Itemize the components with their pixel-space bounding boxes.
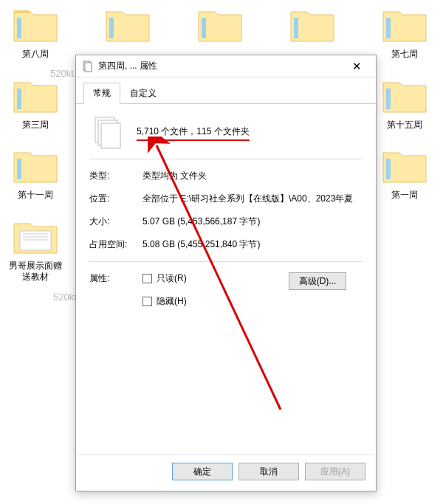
folder-item[interactable]: [190, 6, 250, 61]
folder-item[interactable]: 第七周: [375, 6, 434, 61]
svg-rect-8: [386, 159, 391, 179]
svg-rect-7: [17, 159, 21, 179]
svg-rect-6: [386, 89, 391, 109]
folder-icon: [382, 147, 427, 184]
advanced-button[interactable]: 高级(D)...: [289, 272, 346, 290]
cancel-button[interactable]: 取消: [238, 463, 299, 480]
dialog-title: 第四周, ... 属性: [98, 60, 342, 72]
svg-rect-1: [109, 18, 114, 38]
folder-icon: [382, 77, 427, 114]
folder-icon: [13, 77, 58, 114]
properties-dialog: 第四周, ... 属性 ✕ 常规 自定义 5,710 个文件，115 个文件夹 …: [75, 55, 377, 491]
multi-file-icon: [92, 116, 123, 150]
svg-rect-5: [17, 89, 21, 109]
folder-label: 第十五周: [387, 120, 422, 131]
checkbox-icon: [142, 274, 152, 283]
folder-item[interactable]: [283, 6, 342, 61]
type-label: 类型:: [89, 170, 142, 182]
folder-item[interactable]: 男哥展示面赠送教材: [6, 218, 65, 283]
close-button[interactable]: ✕: [342, 56, 371, 77]
tab-bar: 常规 自定义: [76, 77, 376, 104]
tab-custom[interactable]: 自定义: [120, 83, 166, 104]
folder-icon: [13, 218, 58, 255]
ok-button[interactable]: 确定: [172, 463, 233, 480]
folder-icon: [13, 147, 58, 184]
folder-icon: [197, 6, 243, 43]
size-value: 5.07 GB (5,453,566,187 字节): [142, 215, 363, 228]
prop-type: 类型: 类型均为 文件夹: [89, 170, 363, 182]
svg-rect-4: [386, 18, 391, 38]
disk-value: 5.08 GB (5,455,251,840 字节): [142, 238, 363, 251]
folder-item[interactable]: 第一周: [375, 147, 434, 201]
titlebar[interactable]: 第四周, ... 属性 ✕: [76, 55, 376, 77]
folder-label: 第一周: [391, 190, 418, 201]
dialog-body: 5,710 个文件，115 个文件夹 类型: 类型均为 文件夹 位置: 全部位于…: [76, 104, 376, 455]
folder-item[interactable]: 第十五周: [375, 77, 434, 131]
folder-icon: [382, 6, 427, 43]
folder-item[interactable]: 第十一周: [6, 147, 65, 201]
size-label: 大小:: [89, 215, 142, 228]
location-value: 全部位于 E:\研习社全系列【在线版】\A00、2023年夏: [142, 193, 363, 205]
folder-label: 第十一周: [18, 190, 53, 201]
svg-rect-0: [17, 18, 21, 38]
tab-general[interactable]: 常规: [83, 83, 120, 104]
folder-label: 第八周: [22, 49, 49, 61]
folder-icon: [289, 6, 335, 43]
prop-size: 大小: 5.07 GB (5,453,566,187 字节): [89, 215, 363, 228]
readonly-checkbox[interactable]: 只读(R): [142, 272, 187, 285]
file-count-summary: 5,710 个文件，115 个文件夹: [137, 125, 250, 141]
folder-item[interactable]: 第三周: [6, 77, 65, 131]
attributes-label: 属性:: [89, 272, 142, 285]
separator: [89, 261, 363, 262]
separator: [89, 159, 363, 159]
prop-location: 位置: 全部位于 E:\研习社全系列【在线版】\A00、2023年夏: [89, 193, 363, 205]
folder-label: 第七周: [391, 49, 418, 61]
folder-item[interactable]: 第八周: [6, 6, 65, 61]
hidden-label: 隐藏(H): [157, 295, 187, 308]
disk-label: 占用空间:: [89, 238, 142, 251]
apply-button[interactable]: 应用(A): [305, 463, 365, 480]
hidden-checkbox[interactable]: 隐藏(H): [142, 295, 187, 308]
type-value: 类型均为 文件夹: [142, 170, 363, 182]
svg-rect-17: [101, 123, 120, 148]
svg-rect-3: [294, 18, 298, 38]
checkbox-icon: [142, 297, 152, 306]
folder-icon: [105, 6, 151, 43]
dialog-footer: 确定 取消 应用(A): [76, 455, 376, 491]
folder-icon: [13, 6, 58, 43]
folder-item[interactable]: [98, 6, 157, 61]
svg-rect-14: [85, 63, 92, 72]
location-label: 位置:: [89, 193, 142, 205]
svg-rect-2: [202, 18, 206, 38]
folder-label: 第三周: [22, 120, 49, 131]
prop-disk-size: 占用空间: 5.08 GB (5,455,251,840 字节): [89, 238, 363, 251]
readonly-label: 只读(R): [157, 272, 187, 285]
dialog-icon: [82, 61, 94, 72]
folder-label: 男哥展示面赠送教材: [6, 260, 65, 283]
